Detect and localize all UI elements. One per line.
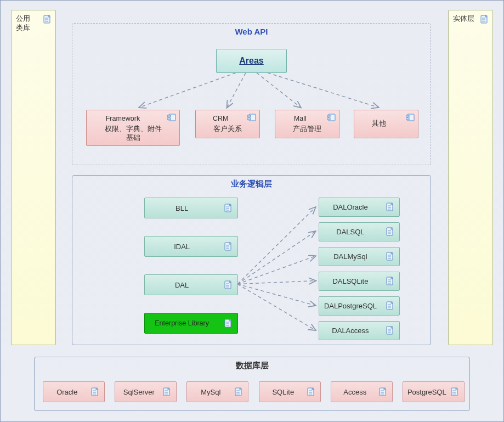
db-label: MySql — [187, 382, 235, 402]
box-dalsqlite: DALSQLite — [319, 272, 400, 291]
document-icon — [224, 280, 232, 289]
document-icon — [91, 387, 99, 396]
common-library-label: 公用 类库 — [16, 14, 30, 32]
db-label: SQLite — [259, 382, 307, 402]
db-access: Access — [331, 381, 393, 402]
box-dalpostgresql: DALPostgreSQL — [319, 296, 400, 316]
entity-layer-label: 实体层 — [453, 14, 474, 23]
db-sqlserver: SqlServer — [115, 381, 177, 402]
document-icon — [379, 387, 387, 396]
box-label: IDAL — [145, 237, 219, 256]
box-dalsql: DALSQL — [319, 222, 400, 241]
box-label: DALPostgreSQL — [319, 297, 382, 315]
document-icon — [224, 319, 232, 328]
document-icon — [386, 301, 394, 310]
document-icon — [386, 277, 394, 285]
document-icon — [386, 252, 394, 261]
component-subtitle: 客户关系 — [196, 125, 259, 134]
component-icon — [167, 114, 176, 121]
db-label: PostgreSQL — [403, 382, 451, 402]
component-mall: Mall 产品管理 — [275, 110, 339, 138]
box-label: DALMySql — [319, 247, 382, 266]
box-enterprise-library: Enterprise Library — [144, 313, 238, 334]
box-label: Enterprise Library — [145, 313, 219, 333]
box-label: DALAccess — [319, 322, 382, 340]
document-icon — [480, 15, 488, 24]
db-label: Access — [331, 382, 379, 402]
db-oracle: Oracle — [43, 381, 105, 402]
areas-box: Areas — [216, 49, 287, 73]
document-icon — [386, 227, 394, 236]
webapi-title: Web API — [72, 27, 431, 36]
box-label: BLL — [145, 198, 219, 218]
component-subtitle2: 基础 — [87, 133, 179, 143]
component-subtitle: 权限、字典、附件 — [87, 125, 179, 134]
component-icon — [327, 114, 336, 121]
box-label: DALOracle — [319, 198, 382, 216]
bll-title: 业务逻辑层 — [72, 179, 431, 189]
document-icon — [386, 326, 394, 335]
document-icon — [43, 15, 51, 24]
component-subtitle: 产品管理 — [275, 125, 339, 134]
box-dal: DAL — [144, 274, 238, 295]
component-icon — [247, 114, 256, 121]
db-mysql: MySql — [186, 381, 248, 402]
component-title: CRM — [196, 115, 245, 122]
diagram-canvas: 公用 类库 实体层 Web API Areas Framework 权限、字典、… — [0, 0, 504, 422]
db-title: 数据库层 — [35, 361, 469, 371]
component-icon — [406, 114, 415, 121]
db-postgresql: PostgreSQL — [403, 381, 465, 402]
box-daloracle: DALOracle — [319, 198, 400, 217]
component-other: 其他 — [354, 110, 418, 138]
document-icon — [224, 204, 232, 212]
common-library-column: 公用 类库 — [11, 10, 56, 345]
component-title: Mall — [275, 115, 325, 122]
entity-layer-column: 实体层 — [448, 10, 493, 345]
areas-label: Areas — [239, 56, 263, 65]
component-crm: CRM 客户关系 — [195, 110, 260, 138]
component-title: 其他 — [354, 119, 404, 128]
box-idal: IDAL — [144, 236, 238, 257]
box-label: DALSQL — [319, 223, 382, 241]
document-icon — [224, 242, 232, 251]
db-label: Oracle — [43, 382, 91, 402]
db-sqlite: SQLite — [259, 381, 321, 402]
box-label: DAL — [145, 275, 219, 295]
box-bll: BLL — [144, 198, 238, 218]
box-dalaccess: DALAccess — [319, 321, 400, 340]
document-icon — [307, 387, 315, 396]
component-title: Framework — [87, 115, 159, 122]
box-dalmysql: DALMySql — [319, 247, 400, 266]
document-icon — [235, 387, 242, 396]
component-framework: Framework 权限、字典、附件 基础 — [86, 110, 180, 146]
document-icon — [163, 387, 171, 396]
document-icon — [386, 202, 394, 211]
box-label: DALSQLite — [319, 272, 382, 290]
document-icon — [451, 387, 458, 396]
db-label: SqlServer — [115, 382, 163, 402]
